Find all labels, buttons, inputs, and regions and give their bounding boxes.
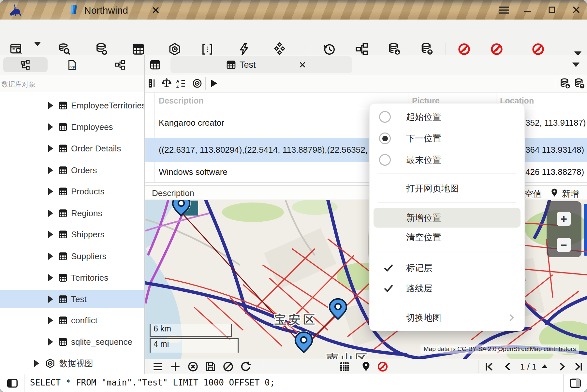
expand-icon[interactable]: [48, 317, 53, 324]
table-cell-description-2[interactable]: ((22.6317, 113.80294),(22.5414, 113.8879…: [159, 145, 379, 155]
expand-icon[interactable]: [48, 102, 53, 109]
menu-separator: [378, 203, 516, 203]
expand-icon[interactable]: [48, 338, 53, 345]
expand-icon[interactable]: [48, 274, 53, 281]
menu-clear-location[interactable]: 清空位置: [370, 230, 524, 245]
app-menu-icon[interactable]: [498, 6, 510, 14]
map-attribution: Map data is CC-BY-SA 2.0 OpenStreetMap c…: [420, 344, 579, 354]
refresh-icon[interactable]: [240, 361, 252, 372]
sidebar-item-suppliers[interactable]: Suppliers: [0, 247, 144, 265]
sidebar-item-data-views[interactable]: 数据视图: [0, 354, 144, 372]
menu-marker-layer[interactable]: 标记层: [370, 260, 524, 275]
grid-toolbar-row: 数据库对象: [0, 75, 587, 92]
sidebar-item-products[interactable]: Products: [0, 182, 144, 201]
kangaroo-logo-icon: [7, 3, 22, 18]
sidebar-item-orders[interactable]: Orders: [0, 161, 144, 179]
table-icon: [58, 144, 68, 153]
expand-icon[interactable]: [48, 231, 53, 238]
add-row-icon[interactable]: [169, 361, 181, 372]
grid-view-icon[interactable]: [339, 361, 350, 372]
table-cell-description-3[interactable]: Windows software: [159, 167, 227, 177]
expand-icon[interactable]: [48, 167, 53, 174]
expand-icon[interactable]: [48, 145, 53, 152]
toggle-sidebar-icon[interactable]: [6, 377, 19, 389]
page-indicator: 1 / 1: [517, 362, 540, 372]
prev-page-icon[interactable]: [502, 361, 514, 372]
sidebar-divider[interactable]: [144, 55, 145, 374]
add-point-button[interactable]: 新增: [562, 188, 579, 200]
menu-route-layer[interactable]: 路线层: [370, 281, 524, 296]
sidebar-tab-diagram[interactable]: [114, 59, 125, 70]
current-sql-statement[interactable]: SELECT * FROM "main"."Test" LIMIT 1000 O…: [30, 378, 275, 387]
menu-separator: [378, 253, 516, 253]
table-cell-location-3[interactable]: 426 113.88278): [525, 167, 584, 177]
cancel-icon[interactable]: [222, 361, 234, 372]
minimize-icon[interactable]: [522, 6, 532, 14]
tab-test-close-icon[interactable]: [299, 61, 306, 68]
export-data-icon[interactable]: [559, 78, 571, 90]
sort-icon[interactable]: [175, 78, 186, 89]
import-data-icon[interactable]: [574, 78, 585, 90]
map-view-icon[interactable]: [360, 361, 372, 372]
sidebar-item-sqlite-sequence[interactable]: sqlite_sequence: [0, 333, 144, 351]
window-tab-title[interactable]: Northwind: [84, 5, 128, 16]
sidebar-tab-sql[interactable]: [66, 59, 77, 70]
sidebar-item-test[interactable]: Test: [0, 290, 144, 308]
menu-separator: [378, 174, 516, 174]
sidebar-item-regions[interactable]: Regions: [0, 204, 144, 222]
menu-radio-last-position[interactable]: 最末位置: [370, 152, 524, 167]
sidebar-item-employees[interactable]: Employees: [0, 118, 144, 136]
menu-radio-next-position[interactable]: 下一位置: [370, 131, 524, 146]
menu-icon[interactable]: [152, 361, 164, 372]
table-cell-location-1[interactable]: 352, 113.91187): [525, 118, 586, 128]
sidebar-item-territories[interactable]: Territories: [0, 269, 144, 287]
sidebar-tab-tree[interactable]: [3, 57, 48, 72]
tab-test[interactable]: Test: [170, 56, 352, 73]
column-header-description[interactable]: Description: [159, 96, 204, 105]
tab-close-icon[interactable]: [152, 6, 160, 14]
run-icon[interactable]: [208, 78, 219, 89]
menu-open-web-map[interactable]: 打开网页地图: [370, 181, 524, 196]
next-page-icon[interactable]: [556, 361, 568, 372]
tabbar-overflow-icon[interactable]: [572, 63, 580, 67]
expand-icon[interactable]: [48, 188, 53, 195]
last-page-icon[interactable]: [572, 361, 584, 372]
save-icon[interactable]: [205, 361, 216, 372]
row-detail-icon[interactable]: [147, 78, 158, 89]
table-icon: [226, 60, 236, 70]
menu-radio-start-position[interactable]: 起始位置: [370, 109, 524, 124]
sidebar-item-employeeterritories[interactable]: EmployeeTerritories: [0, 96, 144, 115]
filter-scales-icon[interactable]: [161, 78, 172, 89]
delete-row-icon[interactable]: [187, 361, 199, 372]
sidebar-item-conflict[interactable]: conflict: [0, 311, 144, 329]
new-tab-table-icon[interactable]: [149, 59, 161, 71]
expand-icon[interactable]: [34, 360, 39, 367]
app-window: Northwind 查询 搜索 架构 数据表 视图 索引 触发器 其它 日志 模…: [0, 0, 587, 392]
radio-icon[interactable]: [379, 111, 391, 123]
toggle-right-panel-icon[interactable]: [568, 377, 582, 390]
table-cell-location-2[interactable]: 364 113.93148): [525, 145, 584, 155]
menu-add-location[interactable]: 新增位置: [370, 210, 524, 225]
page-jump-icon[interactable]: [540, 362, 550, 371]
expand-icon[interactable]: [48, 210, 53, 217]
zoom-in-button[interactable]: +: [557, 212, 571, 226]
objects-sidebar: EmployeeTerritories Employees Order Deta…: [0, 92, 144, 374]
expand-icon[interactable]: [48, 296, 53, 303]
first-page-icon[interactable]: [484, 361, 495, 372]
query-dropdown-icon[interactable]: [34, 42, 41, 46]
sidebar-item-order-details[interactable]: Order Details: [0, 139, 144, 158]
close-window-icon[interactable]: [571, 5, 581, 14]
table-cell-description-1[interactable]: Kangaroo creator: [159, 118, 224, 128]
maximize-icon[interactable]: [547, 5, 557, 14]
radio-selected-icon[interactable]: [379, 133, 391, 144]
sidebar-item-shippers[interactable]: Shippers: [0, 225, 144, 244]
menu-switch-map[interactable]: 切换地图: [370, 310, 524, 325]
expand-icon[interactable]: [48, 123, 53, 131]
preview-eye-icon[interactable]: [192, 78, 203, 89]
radio-icon[interactable]: [379, 154, 391, 166]
disabled-view-icon[interactable]: [377, 361, 389, 372]
expand-icon[interactable]: [48, 253, 53, 260]
zoom-out-button[interactable]: −: [557, 238, 571, 252]
editor-left-title: Description: [152, 188, 194, 198]
title-bar: Northwind: [0, 0, 587, 20]
